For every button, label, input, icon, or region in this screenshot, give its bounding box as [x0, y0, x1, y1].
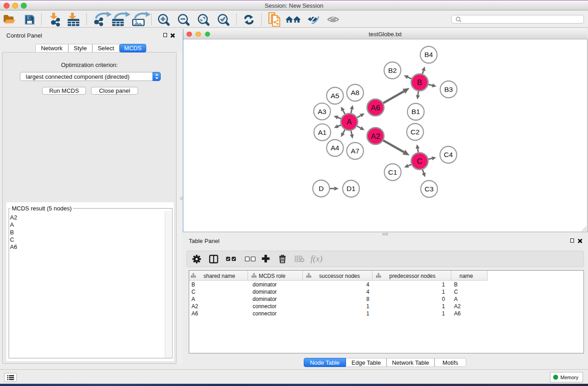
svg-text:D1: D1	[347, 185, 356, 192]
svg-text:B2: B2	[388, 67, 397, 74]
svg-text:B4: B4	[425, 51, 433, 58]
svg-text:C4: C4	[444, 151, 453, 158]
svg-text:B: B	[417, 78, 422, 87]
svg-text:A5: A5	[331, 92, 339, 100]
svg-text:A6: A6	[371, 104, 380, 112]
svg-text:A2: A2	[371, 132, 380, 141]
svg-text:A4: A4	[331, 144, 339, 152]
svg-text:D: D	[319, 185, 324, 192]
svg-text:B1: B1	[411, 108, 420, 115]
svg-text:C1: C1	[388, 168, 397, 176]
svg-text:A: A	[347, 118, 352, 126]
svg-text:A7: A7	[351, 147, 359, 155]
svg-text:C: C	[417, 157, 422, 166]
svg-text:C3: C3	[425, 185, 434, 193]
svg-text:A8: A8	[351, 89, 359, 96]
svg-text:C2: C2	[411, 128, 420, 136]
svg-text:A3: A3	[318, 108, 326, 115]
svg-text:A1: A1	[318, 129, 327, 136]
svg-text:B3: B3	[445, 86, 453, 93]
